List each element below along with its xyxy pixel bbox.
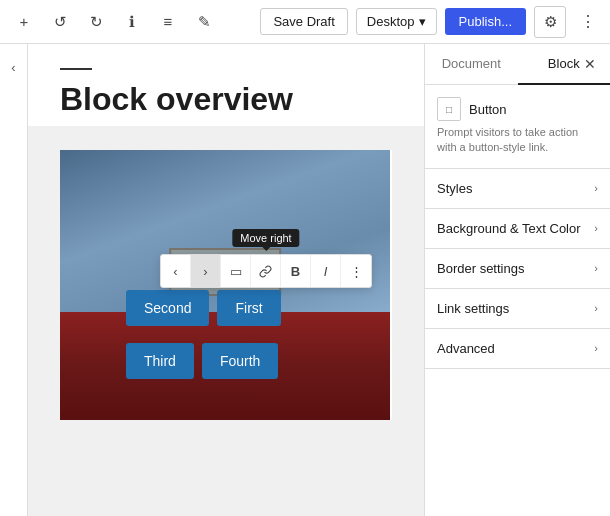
toolbar-tooltip: Move right bbox=[232, 229, 299, 247]
accordion-styles-label: Styles bbox=[437, 181, 472, 196]
accordion-border-settings-label: Border settings bbox=[437, 261, 524, 276]
accordion-bg-text-color-header[interactable]: Background & Text Color › bbox=[425, 209, 610, 248]
top-bar: + ↺ ↻ ℹ ≡ ✎ Save Draft Desktop ▾ Publish… bbox=[0, 0, 610, 44]
right-sidebar: Document Block ✕ □ Button Prompt visitor… bbox=[424, 44, 610, 516]
sidebar-close-button[interactable]: ✕ bbox=[578, 52, 602, 76]
list-button[interactable]: ≡ bbox=[152, 6, 184, 38]
desktop-button[interactable]: Desktop ▾ bbox=[356, 8, 437, 35]
publish-button[interactable]: Publish... bbox=[445, 8, 526, 35]
page-title-section: Block overview bbox=[28, 44, 424, 126]
desktop-chevron-icon: ▾ bbox=[419, 14, 426, 29]
undo-button[interactable]: ↺ bbox=[44, 6, 76, 38]
toolbar-link-button[interactable] bbox=[251, 255, 281, 287]
toolbar-italic-button[interactable]: I bbox=[311, 255, 341, 287]
more-options-button[interactable]: ⋮ bbox=[574, 6, 602, 38]
accordion-bg-text-color: Background & Text Color › bbox=[425, 209, 610, 249]
accordion-border-settings: Border settings › bbox=[425, 249, 610, 289]
accordion-advanced-label: Advanced bbox=[437, 341, 495, 356]
button-info-header: □ Button bbox=[437, 97, 598, 121]
accordion-styles-header[interactable]: Styles › bbox=[425, 169, 610, 208]
accordion-advanced-chevron-icon: › bbox=[594, 342, 598, 354]
toolbar-next-button[interactable]: › bbox=[191, 255, 221, 287]
floating-toolbar: Move right ‹ › ▭ B I ⋮ bbox=[160, 254, 372, 288]
top-bar-right: Save Draft Desktop ▾ Publish... ⚙ ⋮ bbox=[260, 6, 602, 38]
desktop-label: Desktop bbox=[367, 14, 415, 29]
accordion-bg-text-color-label: Background & Text Color bbox=[437, 221, 581, 236]
left-sidebar-toggle-button[interactable]: ‹ bbox=[3, 56, 25, 78]
accordion-link-settings-label: Link settings bbox=[437, 301, 509, 316]
accordion-border-settings-chevron-icon: › bbox=[594, 262, 598, 274]
button-row-1: Second First bbox=[126, 290, 281, 326]
accordion-link-settings-header[interactable]: Link settings › bbox=[425, 289, 610, 328]
accordion-styles-chevron-icon: › bbox=[594, 182, 598, 194]
tab-document[interactable]: Document bbox=[425, 44, 518, 85]
main-area: ‹ Block overview STRANGER THINGS Move ri… bbox=[0, 44, 610, 516]
button-info-section: □ Button Prompt visitors to take action … bbox=[425, 85, 610, 169]
accordion-link-settings: Link settings › bbox=[425, 289, 610, 329]
image-block: STRANGER THINGS Move right ‹ › ▭ bbox=[60, 150, 390, 420]
accordion-styles: Styles › bbox=[425, 169, 610, 209]
sidebar-tabs: Document Block ✕ bbox=[425, 44, 610, 85]
toolbar-square-button[interactable]: ▭ bbox=[221, 255, 251, 287]
toolbar-prev-button[interactable]: ‹ bbox=[161, 255, 191, 287]
accordion-bg-text-color-chevron-icon: › bbox=[594, 222, 598, 234]
button-description: Prompt visitors to take action with a bu… bbox=[437, 125, 598, 156]
button-type-label: Button bbox=[469, 102, 507, 117]
toolbar-bold-button[interactable]: B bbox=[281, 255, 311, 287]
page-divider bbox=[60, 68, 92, 70]
toolbar-more-button[interactable]: ⋮ bbox=[341, 255, 371, 287]
image-block-wrapper: STRANGER THINGS Move right ‹ › ▭ bbox=[60, 150, 392, 420]
top-bar-left: + ↺ ↻ ℹ ≡ ✎ bbox=[8, 6, 220, 38]
button-type-icon: □ bbox=[437, 97, 461, 121]
second-button[interactable]: Second bbox=[126, 290, 209, 326]
save-draft-button[interactable]: Save Draft bbox=[260, 8, 347, 35]
edit-button[interactable]: ✎ bbox=[188, 6, 220, 38]
accordion-advanced-header[interactable]: Advanced › bbox=[425, 329, 610, 368]
page-heading: Block overview bbox=[60, 80, 392, 118]
info-button[interactable]: ℹ bbox=[116, 6, 148, 38]
accordion-border-settings-header[interactable]: Border settings › bbox=[425, 249, 610, 288]
editor-area: Block overview STRANGER THINGS Move righ… bbox=[28, 44, 424, 516]
third-button[interactable]: Third bbox=[126, 343, 194, 379]
accordion-link-settings-chevron-icon: › bbox=[594, 302, 598, 314]
accordion-advanced: Advanced › bbox=[425, 329, 610, 369]
redo-button[interactable]: ↻ bbox=[80, 6, 112, 38]
fourth-button[interactable]: Fourth bbox=[202, 343, 278, 379]
left-sidebar-toggle: ‹ bbox=[0, 44, 28, 516]
add-button[interactable]: + bbox=[8, 6, 40, 38]
button-row-2: Third Fourth bbox=[126, 343, 278, 379]
first-button[interactable]: First bbox=[217, 290, 280, 326]
gear-button[interactable]: ⚙ bbox=[534, 6, 566, 38]
